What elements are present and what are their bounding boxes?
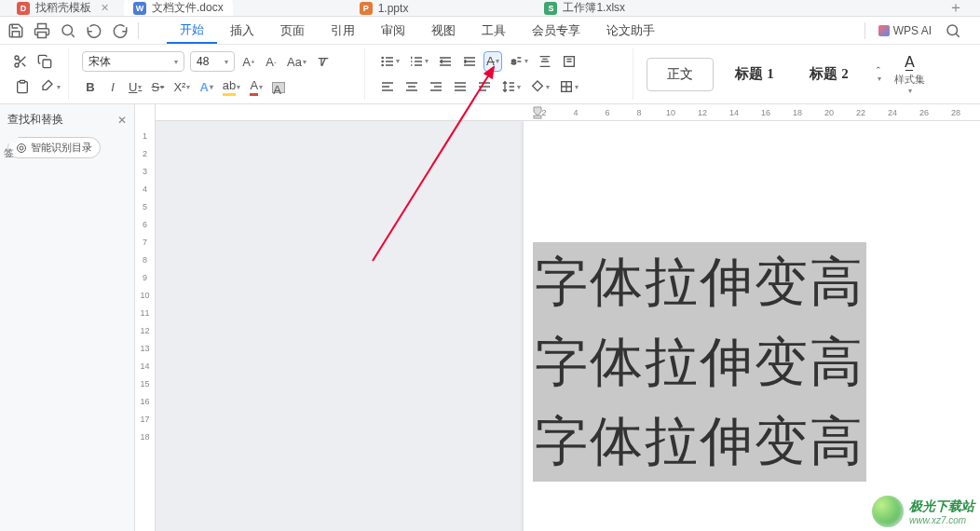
tab-pptx[interactable]: P 1.pptx	[350, 0, 418, 17]
style-collection-button[interactable]: A̲ 样式集 ▾	[894, 53, 925, 95]
ruler-tick: 15	[140, 374, 149, 392]
tab-docx[interactable]: W 文档文件.docx	[124, 0, 233, 17]
menu-page[interactable]: 页面	[267, 19, 318, 43]
font-family-select[interactable]: 宋体 ▾	[82, 51, 184, 72]
menu-view[interactable]: 视图	[418, 19, 469, 43]
borders-icon[interactable]: ▾	[557, 77, 580, 96]
style-heading1[interactable]: 标题 1	[721, 58, 788, 91]
ruler-tick: 12	[140, 321, 149, 339]
superscript-button[interactable]: X²▾	[171, 78, 192, 97]
tab-xlsx[interactable]: S 工作簿1.xlsx	[535, 0, 634, 17]
hruler-scale: 2 4 6 8 10 12 14 16 18 20 22 24 26 28	[528, 108, 972, 117]
ruler-tick: 8	[623, 108, 655, 117]
page[interactable]: 字体拉伸变高 字体拉伸变高 字体拉伸变高	[524, 121, 980, 531]
vertical-ruler[interactable]: 1 2 3 4 5 6 7 8 9 10 11 12 13 14 15 16 1…	[135, 104, 156, 531]
bold-button[interactable]: B	[82, 78, 99, 97]
svg-rect-0	[38, 32, 47, 37]
selected-text-block[interactable]: 字体拉伸变高 字体拉伸变高 字体拉伸变高	[533, 242, 866, 482]
svg-point-9	[382, 64, 383, 65]
paste-button[interactable]	[11, 77, 34, 96]
character-scale-button[interactable]: A̶▾	[484, 52, 501, 71]
menu-paper-assistant[interactable]: 论文助手	[593, 19, 668, 43]
ruler-tick: 12	[687, 108, 718, 117]
document-canvas[interactable]: 字体拉伸变高 字体拉伸变高 字体拉伸变高	[156, 121, 980, 531]
numbered-list-icon[interactable]: ▾	[407, 52, 430, 71]
strikethrough-button[interactable]: S▾	[149, 78, 166, 97]
watermark: 极光下载站 www.xz7.com	[872, 496, 974, 527]
menu-review[interactable]: 审阅	[368, 19, 418, 43]
redo-icon[interactable]	[112, 22, 129, 39]
ruler-tick: 4	[560, 108, 592, 117]
search-icon[interactable]	[945, 22, 961, 39]
cut-icon[interactable]	[11, 52, 30, 71]
increase-font-icon[interactable]: A+	[240, 52, 257, 71]
shading-icon[interactable]: ▾	[528, 77, 551, 96]
style-normal[interactable]: 正文	[647, 58, 714, 91]
line-spacing-icon[interactable]: ▾	[499, 77, 523, 96]
shading-button[interactable]: A	[270, 78, 287, 97]
svg-point-7	[382, 57, 383, 58]
bookmark-tab[interactable]: 签	[0, 136, 18, 143]
text-effects-button[interactable]: A▾	[197, 78, 214, 97]
highlight-color-button[interactable]: ab▾	[221, 78, 242, 97]
bullet-list-icon[interactable]: ▾	[378, 52, 402, 71]
svg-rect-6	[20, 81, 24, 84]
vertical-align-icon[interactable]	[536, 52, 554, 71]
tab-label: 文档文件.docx	[152, 0, 224, 16]
format-painter-icon[interactable]: ▾	[39, 77, 62, 96]
underline-button[interactable]: U▾	[127, 78, 143, 97]
ruler-tick: 18	[782, 108, 813, 117]
word-app-icon: W	[133, 2, 146, 15]
tab-templates[interactable]: D 找稻壳模板 ✕	[7, 0, 118, 17]
text-line: 字体拉伸变高	[533, 242, 866, 322]
horizontal-ruler[interactable]: 2 4 6 8 10 12 14 16 18 20 22 24 26 28	[156, 104, 980, 121]
align-left-icon[interactable]	[378, 77, 397, 96]
close-icon[interactable]: ✕	[117, 114, 127, 127]
ruler-tick: 2	[143, 144, 147, 162]
align-center-icon[interactable]	[402, 77, 421, 96]
preview-icon[interactable]	[60, 22, 76, 39]
text-direction-icon[interactable]: S▾	[507, 52, 530, 71]
svg-point-2	[947, 25, 958, 35]
svg-point-13	[18, 143, 26, 152]
clear-format-icon[interactable]	[314, 52, 333, 71]
style-heading2[interactable]: 标题 2	[796, 58, 863, 91]
text-line: 字体拉伸变高	[533, 322, 866, 402]
style-collection-label: 样式集	[894, 73, 925, 87]
font-size-select[interactable]: 48 ▾	[190, 51, 235, 72]
print-icon[interactable]	[34, 22, 50, 39]
template-app-icon: D	[17, 2, 30, 15]
add-tab-button[interactable]: ＋	[939, 0, 973, 17]
tab-label: 1.pptx	[378, 2, 409, 15]
font-family-value: 宋体	[88, 54, 111, 70]
align-right-icon[interactable]	[427, 77, 445, 96]
menu-insert[interactable]: 插入	[217, 19, 267, 43]
ruler-tick: 1	[143, 127, 147, 144]
ribbon: ▾ 宋体 ▾ 48 ▾ A+ A- Aa▾ B I U▾ S▾ X²▾ A▾ a…	[0, 45, 980, 104]
copy-icon[interactable]	[35, 52, 54, 71]
wps-ai-button[interactable]: WPS AI	[878, 24, 932, 37]
font-group: 宋体 ▾ 48 ▾ A+ A- Aa▾ B I U▾ S▾ X²▾ A▾ ab▾…	[76, 48, 365, 100]
ruler-tick: 24	[877, 108, 908, 117]
menu-member[interactable]: 会员专享	[519, 19, 593, 43]
svg-rect-5	[43, 60, 51, 68]
save-icon[interactable]	[7, 22, 24, 39]
chevron-down-icon: ▾	[225, 58, 228, 66]
increase-indent-icon[interactable]	[460, 52, 479, 71]
ruler-tick: 9	[143, 268, 147, 286]
menu-reference[interactable]: 引用	[318, 19, 368, 43]
font-color-button[interactable]: A▾	[248, 78, 265, 97]
styles-more-icon[interactable]: ⌃▾	[870, 65, 887, 84]
smart-toc-button[interactable]: 智能识别目录	[7, 137, 101, 158]
undo-icon[interactable]	[86, 22, 102, 39]
close-icon[interactable]: ✕	[101, 2, 109, 14]
menu-tools[interactable]: 工具	[469, 19, 519, 43]
change-case-icon[interactable]: Aa▾	[285, 52, 308, 71]
menu-start[interactable]: 开始	[167, 18, 217, 44]
distribute-icon[interactable]	[475, 77, 494, 96]
decrease-indent-icon[interactable]	[436, 52, 455, 71]
align-justify-icon[interactable]	[451, 77, 470, 96]
text-wrap-icon[interactable]	[560, 52, 578, 71]
italic-button[interactable]: I	[104, 78, 121, 97]
decrease-font-icon[interactable]: A-	[263, 52, 279, 71]
